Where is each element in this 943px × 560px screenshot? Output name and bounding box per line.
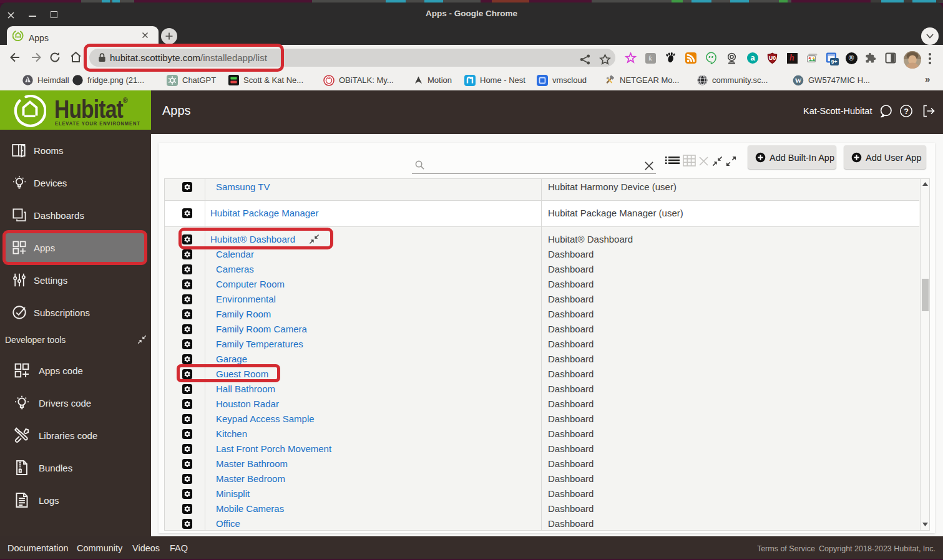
- svg-text:U0: U0: [768, 55, 776, 61]
- svg-text:W: W: [795, 77, 802, 84]
- svg-text:?: ?: [904, 107, 909, 116]
